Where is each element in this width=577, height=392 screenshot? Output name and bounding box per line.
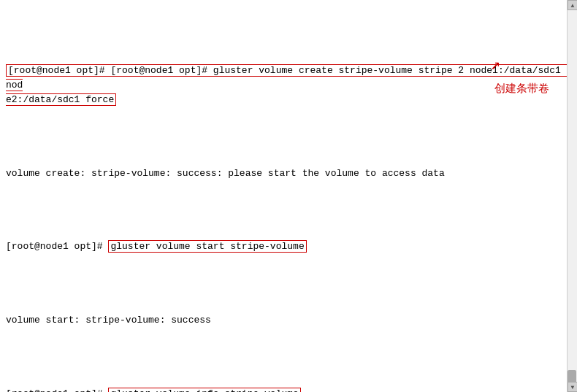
line-create-success: volume create: stripe-volume: success: p… [6,166,571,181]
cmd-info-text: gluster volume info stripe-volume [110,388,298,392]
prompt-info: [root@node1 opt]# [6,388,108,392]
line-start-cmd: [root@node1 opt]# gluster volume start s… [6,239,571,254]
create-command-box: [root@node1 opt]# [root@node1 opt]# glus… [6,64,567,106]
scrollbar-arrow-up[interactable]: ▲ [568,0,577,10]
annotation-arrow: ↗ [491,55,500,74]
scrollbar[interactable]: ▲ ▼ [567,0,577,392]
terminal-container: [root@node1 opt]# [root@node1 opt]# glus… [0,0,577,392]
annotation-text: 创建条带卷 [494,82,549,96]
line-start-success: volume start: stripe-volume: success [6,313,571,328]
prompt-create: [root@node1 opt]# [8,65,110,76]
line-info-cmd: [root@node1 opt]# gluster volume info st… [6,387,571,392]
scrollbar-arrow-down[interactable]: ▼ [568,382,577,392]
start-command-box: gluster volume start stripe-volume [108,240,306,253]
prompt-start: [root@node1 opt]# [6,241,108,252]
info-command-box: gluster volume info stripe-volume [108,388,300,392]
line-create-cmd: [root@node1 opt]# [root@node1 opt]# glus… [6,64,571,107]
cmd-start-text: gluster volume start stripe-volume [110,241,304,252]
